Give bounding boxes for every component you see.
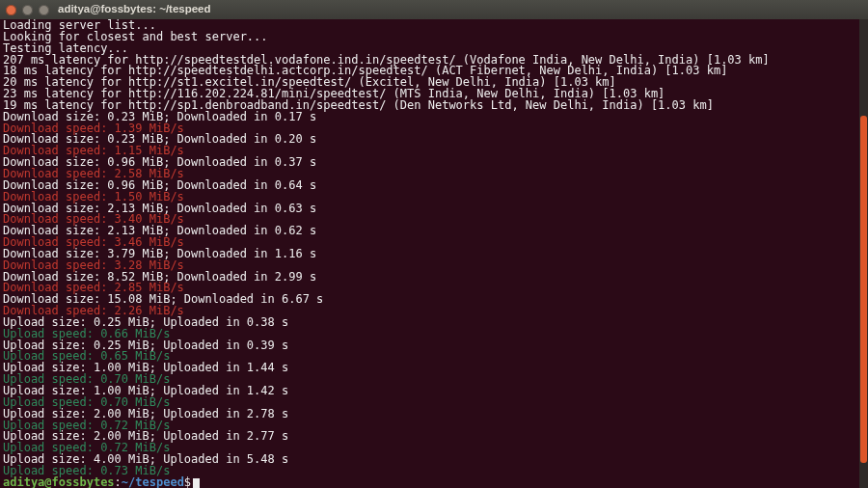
window-title: aditya@fossbytes: ~/tespeed [58,4,211,15]
maximize-icon[interactable] [39,5,49,15]
prompt-userhost: aditya@fossbytes [3,475,115,488]
minimize-icon[interactable] [22,5,33,15]
terminal-output[interactable]: Loading server list...Looking for closes… [0,19,868,488]
terminal-line: Looking for closest and best server... [3,32,865,43]
scrollbar-thumb[interactable] [860,116,867,463]
prompt-dollar: $ [184,475,191,488]
close-icon[interactable] [6,5,16,15]
prompt-path: ~/tespeed [122,475,184,488]
prompt-sep: : [115,475,122,488]
terminal-window: aditya@fossbytes: ~/tespeed Loading serv… [0,0,868,488]
cursor-icon [193,478,200,488]
titlebar[interactable]: aditya@fossbytes: ~/tespeed [0,0,868,19]
terminal-prompt[interactable]: aditya@fossbytes:~/tespeed$ [3,477,865,488]
scrollbar-track[interactable] [859,19,868,488]
